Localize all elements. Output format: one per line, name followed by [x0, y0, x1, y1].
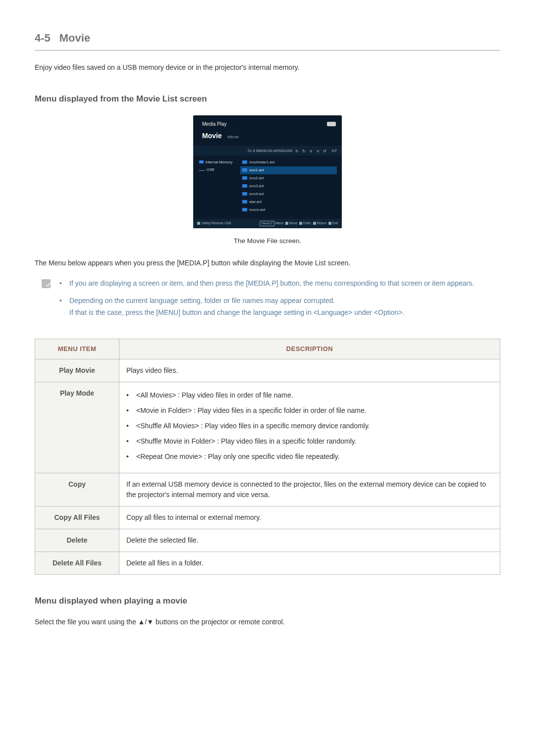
return-key-icon [313, 222, 316, 225]
movie-icon [242, 184, 247, 188]
exit-key-icon [328, 222, 331, 225]
arrows-key-icon [285, 222, 288, 225]
shuffle-icon: ⤮ [309, 149, 314, 153]
screenshot-brand: Media Play [202, 120, 226, 128]
eject-icon [197, 222, 200, 225]
menu-item-cell: Play Mode [35, 382, 119, 473]
menu-item-cell: Play Movie [35, 359, 119, 382]
usb-icon [199, 168, 205, 171]
repeat-icon: ↻ [295, 149, 300, 153]
section-number: 4-5 [35, 32, 51, 44]
file-info-text: 51.8 MB/00:03:48/500x268 [198, 148, 292, 153]
sidebar-item-label: USB [207, 167, 214, 172]
menu-item-cell: Copy [35, 473, 119, 506]
repeat-one-icon: ↻ [302, 149, 307, 153]
movie-icon [242, 192, 247, 196]
figure-caption: The Movie File screen. [35, 236, 500, 246]
desc-list-item: <Repeat One movie> : Play only one speci… [126, 452, 493, 462]
table-row: Copy All Files Copy all files to interna… [35, 506, 500, 529]
subheading-playing-movie-menu: Menu displayed when playing a movie [35, 595, 500, 607]
page-indicator: 2/7 [332, 148, 337, 153]
movie-icon [242, 208, 247, 211]
note-item: Depending on the current language settin… [59, 296, 500, 318]
note-block: If you are displaying a screen or item, … [42, 278, 500, 325]
menu-item-cell: Delete [35, 529, 119, 552]
description-cell: <All Movies> : Play video files in order… [119, 382, 500, 473]
below-figure-text: The Menu below appears when you press th… [35, 258, 500, 268]
sidebar-item-label: Internal Memory [206, 159, 232, 165]
movie-icon [242, 176, 247, 180]
enter-key-icon [299, 222, 302, 225]
list-item[interactable]: moviestar1.avi [240, 158, 337, 166]
description-cell: Copy all files to internal or external m… [119, 506, 500, 529]
description-cell: If an external USB memory device is conn… [119, 473, 500, 506]
screenshot-breadcrumb: /Movie [227, 135, 239, 139]
description-cell: Delete the selected file. [119, 529, 500, 552]
intro-text: Enjoy video files saved on a USB memory … [35, 62, 500, 73]
shuffle-alt-icon: ⤮ [316, 149, 321, 153]
menu-item-cell: Copy All Files [35, 506, 119, 529]
movie-icon [242, 160, 247, 164]
description-cell: Plays video files. [119, 359, 500, 382]
table-row: Delete Delete the selected file. [35, 529, 500, 552]
list-item[interactable]: moon.avi [240, 206, 337, 214]
memory-icon [199, 160, 204, 163]
screenshot-screen-title: Movie [202, 131, 222, 141]
menu-item-cell: Delete All Files [35, 552, 119, 574]
movie-icon [242, 200, 247, 203]
loop-icon: ↺ [323, 149, 327, 153]
movie-icon [242, 168, 247, 172]
screenshot-file-list: moviestar1.avi zoo1.avi zoo2.avi zoo3.av… [240, 155, 342, 219]
subheading-movie-list-menu: Menu displayed from the Movie List scree… [35, 93, 500, 105]
mediap-key-icon: Media.P [260, 221, 274, 226]
table-row: Delete All Files Delete all files in a f… [35, 552, 500, 574]
screenshot-footer-bar: Safely Remove USB Media.PMenu Move Enter… [193, 219, 342, 228]
device-screenshot: Media Play Movie /Movie 51.8 MB/00:03:48… [193, 115, 342, 228]
table-row: Play Mode <All Movies> : Play video file… [35, 382, 500, 473]
figure-screenshot: Media Play Movie /Movie 51.8 MB/00:03:48… [35, 115, 500, 231]
list-item[interactable]: zoo1.avi [240, 166, 337, 174]
screenshot-sidebar: Internal Memory USB [193, 155, 240, 219]
list-item[interactable]: star.avi [240, 198, 337, 206]
section-title: Movie [59, 32, 90, 44]
screenshot-info-bar: 51.8 MB/00:03:48/500x268 ↻ ↻ ⤮ ⤮ ↺ 2/7 [193, 146, 342, 155]
safely-remove-label: Safely Remove USB [202, 221, 231, 226]
description-cell: Delete all files in a folder. [119, 552, 500, 574]
desc-list-item: <Movie in Folder> : Play video files in … [126, 405, 493, 416]
table-header-description: DESCRIPTION [119, 339, 500, 359]
list-item[interactable]: zoo4.avi [240, 190, 337, 198]
desc-list-item: <Shuffle Movie in Folder> : Play video f… [126, 436, 493, 447]
table-row: Play Movie Plays video files. [35, 359, 500, 382]
list-item[interactable]: zoo2.avi [240, 174, 337, 182]
menu-item-table: MENU ITEM DESCRIPTION Play Movie Plays v… [35, 339, 500, 575]
table-header-menu-item: MENU ITEM [35, 339, 119, 359]
section-heading: 4-5Movie [35, 30, 500, 50]
usb-indicator-icon [327, 122, 336, 126]
note-icon [42, 279, 51, 288]
desc-list-item: <Shuffle All Movies> : Play video files … [126, 421, 493, 431]
sidebar-item-usb[interactable]: USB [199, 167, 237, 172]
sidebar-item-internal-memory[interactable]: Internal Memory [199, 159, 237, 165]
list-item[interactable]: zoo3.avi [240, 182, 337, 190]
desc-list-item: <All Movies> : Play video files in order… [126, 390, 493, 401]
note-item: If you are displaying a screen or item, … [59, 278, 500, 289]
table-row: Copy If an external USB memory device is… [35, 473, 500, 506]
sub2-text: Select the file you want using the ▲/▼ b… [35, 617, 500, 627]
